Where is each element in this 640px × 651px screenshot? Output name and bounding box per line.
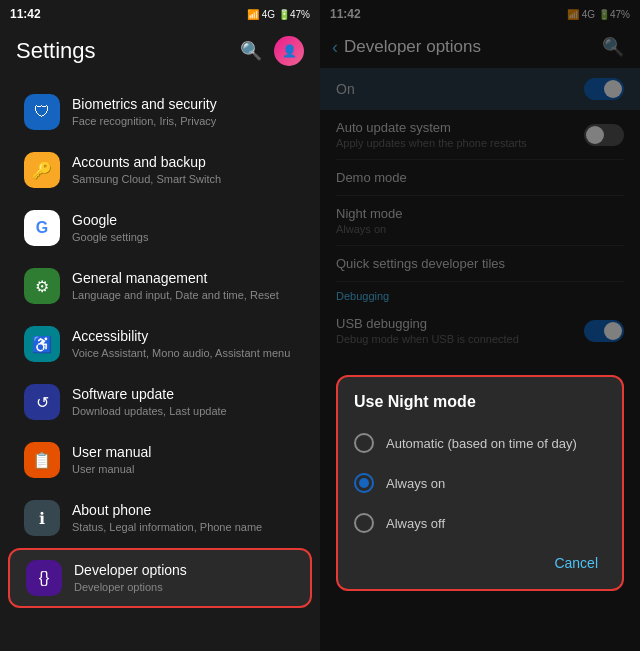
avatar[interactable]: 👤 [274, 36, 304, 66]
developer-subtitle: Developer options [74, 580, 294, 594]
developer-icon: {} [26, 560, 62, 596]
software-icon: ↺ [24, 384, 60, 420]
accessibility-title: Accessibility [72, 327, 296, 345]
manual-subtitle: User manual [72, 462, 296, 476]
biometrics-icon: 🛡 [24, 94, 60, 130]
settings-title: Settings [16, 38, 96, 64]
left-time: 11:42 [10, 7, 41, 21]
software-text: Software updateDownload updates, Last up… [72, 385, 296, 418]
biometrics-text: Biometrics and securityFace recognition,… [72, 95, 296, 128]
radio-always-on-circle [354, 473, 374, 493]
accessibility-icon: ♿ [24, 326, 60, 362]
search-icon[interactable]: 🔍 [240, 40, 262, 62]
settings-item-software[interactable]: ↺Software updateDownload updates, Last u… [8, 374, 312, 430]
general-subtitle: Language and input, Date and time, Reset [72, 288, 296, 302]
accounts-subtitle: Samsung Cloud, Smart Switch [72, 172, 296, 186]
manual-text: User manualUser manual [72, 443, 296, 476]
radio-always-on-label: Always on [386, 476, 445, 491]
radio-always-on[interactable]: Always on [338, 463, 622, 503]
about-icon: ℹ [24, 500, 60, 536]
left-header: Settings 🔍 👤 [0, 28, 320, 78]
accounts-title: Accounts and backup [72, 153, 296, 171]
left-status-bar: 11:42 📶4G🔋47% [0, 0, 320, 28]
manual-icon: 📋 [24, 442, 60, 478]
manual-title: User manual [72, 443, 296, 461]
settings-item-developer[interactable]: {}Developer optionsDeveloper options [8, 548, 312, 608]
settings-item-manual[interactable]: 📋User manualUser manual [8, 432, 312, 488]
software-subtitle: Download updates, Last update [72, 404, 296, 418]
google-icon: G [24, 210, 60, 246]
accounts-text: Accounts and backupSamsung Cloud, Smart … [72, 153, 296, 186]
developer-title: Developer options [74, 561, 294, 579]
dialog-overlay: Use Night mode Automatic (based on time … [320, 0, 640, 651]
accessibility-text: AccessibilityVoice Assistant, Mono audio… [72, 327, 296, 360]
radio-automatic-label: Automatic (based on time of day) [386, 436, 577, 451]
cancel-button[interactable]: Cancel [546, 551, 606, 575]
general-title: General management [72, 269, 296, 287]
about-subtitle: Status, Legal information, Phone name [72, 520, 296, 534]
settings-item-general[interactable]: ⚙General managementLanguage and input, D… [8, 258, 312, 314]
about-text: About phoneStatus, Legal information, Ph… [72, 501, 296, 534]
left-panel: 11:42 📶4G🔋47% Settings 🔍 👤 🛡Biometrics a… [0, 0, 320, 651]
developer-text: Developer optionsDeveloper options [74, 561, 294, 594]
settings-item-accounts[interactable]: 🔑Accounts and backupSamsung Cloud, Smart… [8, 142, 312, 198]
biometrics-subtitle: Face recognition, Iris, Privacy [72, 114, 296, 128]
left-status-icons: 📶4G🔋47% [247, 9, 310, 20]
header-icons: 🔍 👤 [240, 36, 304, 66]
settings-item-google[interactable]: GGoogleGoogle settings [8, 200, 312, 256]
radio-automatic-circle [354, 433, 374, 453]
dialog-title: Use Night mode [338, 377, 622, 423]
radio-always-off[interactable]: Always off [338, 503, 622, 543]
settings-item-about[interactable]: ℹAbout phoneStatus, Legal information, P… [8, 490, 312, 546]
settings-item-accessibility[interactable]: ♿AccessibilityVoice Assistant, Mono audi… [8, 316, 312, 372]
accounts-icon: 🔑 [24, 152, 60, 188]
settings-item-biometrics[interactable]: 🛡Biometrics and securityFace recognition… [8, 84, 312, 140]
dialog-actions: Cancel [338, 543, 622, 589]
google-title: Google [72, 211, 296, 229]
software-title: Software update [72, 385, 296, 403]
general-icon: ⚙ [24, 268, 60, 304]
radio-always-off-circle [354, 513, 374, 533]
settings-list: 🛡Biometrics and securityFace recognition… [0, 78, 320, 651]
accessibility-subtitle: Voice Assistant, Mono audio, Assistant m… [72, 346, 296, 360]
google-text: GoogleGoogle settings [72, 211, 296, 244]
biometrics-title: Biometrics and security [72, 95, 296, 113]
night-mode-dialog: Use Night mode Automatic (based on time … [336, 375, 624, 591]
radio-always-on-inner [359, 478, 369, 488]
general-text: General managementLanguage and input, Da… [72, 269, 296, 302]
radio-always-off-label: Always off [386, 516, 445, 531]
radio-automatic[interactable]: Automatic (based on time of day) [338, 423, 622, 463]
about-title: About phone [72, 501, 296, 519]
google-subtitle: Google settings [72, 230, 296, 244]
